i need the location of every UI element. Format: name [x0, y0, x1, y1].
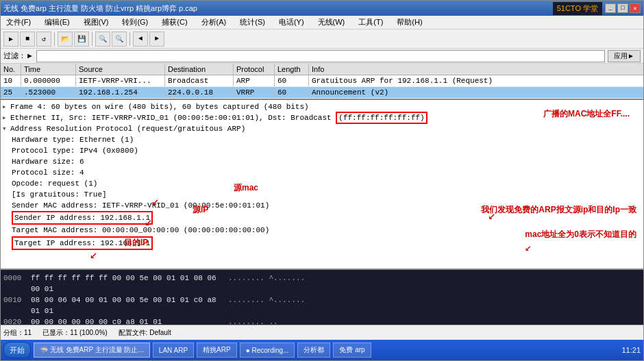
menu-phone[interactable]: 电话(Y) [276, 17, 307, 27]
toolbar: ▶ ■ ↺ 📂 💾 🔍 🔍 ◄ ► [1, 29, 643, 49]
annotation-sender-ip: 源IP ↙ [193, 204, 208, 216]
menu-analyze[interactable]: 分析(A) [199, 17, 230, 27]
taskbar-item-analyze[interactable]: 分析都 [297, 343, 330, 358]
detail-pane: ▸ Frame 4: 60 bytes on wire (480 bits), … [1, 100, 643, 270]
col-source-header: Source [76, 64, 165, 75]
annotation-target-mac: mac地址全为0表示不知道目的 ↙ [525, 229, 636, 254]
packet-info: Gratuitous ARP for 192.168.1.1 (Request) [309, 75, 643, 86]
menu-stats[interactable]: 统计(S) [237, 17, 268, 27]
taskbar-time: 11:21 [621, 346, 641, 354]
arp-detail: Address Resolution Protocol (request/gra… [10, 123, 245, 134]
status-displayed: 已显示：11 (100.0%) [42, 328, 107, 338]
status-bar: 分组：11 已显示：11 (100.0%) 配置文件: Default [1, 325, 643, 340]
minimize-button[interactable]: _ [605, 3, 616, 13]
main-content: No. Time Source Destination Protocol Len… [1, 64, 643, 325]
detail-pane-wrapper: ▸ Frame 4: 60 bytes on wire (480 bits), … [1, 100, 643, 325]
packet-list: No. Time Source Destination Protocol Len… [1, 64, 643, 100]
toolbar-forward[interactable]: ► [149, 32, 164, 47]
packet-length: 60 [275, 87, 309, 98]
taskbar-item-special[interactable]: 精挑ARP [197, 343, 237, 358]
col-no-header: No. [1, 64, 21, 75]
packet-info: Announcement (v2) [309, 87, 643, 98]
title-bar: 无线 免费arp 主行流量 防火墙 防止vrrp 精挑arp博弈 p.cap 5… [1, 1, 643, 16]
hw-size-text: Hardware size: 6 [12, 156, 84, 167]
target-mac-text: Target MAC address: 00:00:00_00:00:00 (0… [12, 225, 269, 236]
detail-proto-type: Protocol type: IPv4 (0x0800) [2, 145, 642, 156]
hex-ascii: ........ .. [228, 316, 278, 325]
sender-mac-text: Sender MAC address: IETF-VRRP-VRID_01 (0… [12, 200, 269, 211]
packet-length: 60 [275, 75, 309, 86]
proto-type-text: Protocol type: IPv4 (0x0800) [12, 145, 138, 156]
sender-ip-text: Sender IP address: 192.168.1.1 [14, 212, 150, 223]
menu-help[interactable]: 帮助(H) [394, 17, 425, 27]
status-packets: 分组：11 [3, 328, 32, 338]
toolbar-zoom-out[interactable]: 🔍 [112, 32, 127, 47]
detail-arp[interactable]: ▾ Address Resolution Protocol (request/g… [2, 123, 642, 134]
hex-offset: 0010 [3, 295, 31, 316]
toolbar-open[interactable]: 📂 [58, 32, 73, 47]
annotation-broadcast-mac: 广播的MAC地址全FF.... [543, 108, 630, 120]
detail-sender-ip[interactable]: Sender IP address: 192.168.1.1 [12, 211, 153, 225]
col-protocol-header: Protocol [234, 64, 275, 75]
taskbar-item-wireshark[interactable]: 🦈 无线 免费ARP 主行流量 防止... [34, 343, 150, 358]
packet-protocol: ARP [234, 75, 275, 86]
menu-tools[interactable]: 工具(T) [356, 17, 386, 27]
hex-bytes: ff ff ff ff ff ff 00 00 5e 00 01 01 08 0… [31, 273, 223, 295]
expand-icon: ▸ [2, 112, 10, 123]
status-profile: 配置文件: Default [119, 328, 171, 338]
taskbar-item-label: 🦈 无线 免费ARP 主行流量 防止... [40, 345, 144, 355]
hex-row: 0020 00 00 00 00 00 00 c0 a8 01 01 .....… [3, 316, 641, 325]
expand-icon: ▸ [2, 101, 10, 112]
toolbar-back[interactable]: ◄ [133, 32, 148, 47]
window-controls: _ □ ✕ [605, 3, 641, 13]
filter-apply[interactable]: 应用► [608, 50, 641, 62]
col-time-header: Time [21, 64, 76, 75]
close-button[interactable]: ✕ [630, 3, 641, 13]
table-row[interactable]: 10 0.000000 IETF-VRRP-VRI... Broadcast A… [1, 75, 643, 87]
annotation-sender-mac: 源mac ↙ [234, 182, 258, 194]
ethernet-detail: Ethernet II, Src: IETF-VRRP-VRID_01 (00:… [10, 112, 428, 123]
packet-time: .523000 [21, 87, 76, 98]
menu-goto[interactable]: 转到(G) [119, 17, 151, 27]
menu-capture[interactable]: 捕获(C) [159, 17, 190, 27]
start-button[interactable]: 开始 [3, 342, 31, 358]
col-destination-header: Destination [165, 64, 234, 75]
annotation-target-ip: 目的IP ↙ [124, 237, 148, 249]
packet-destination: 224.0.0.18 [165, 87, 234, 98]
menu-view[interactable]: 视图(V) [81, 17, 112, 27]
main-window: 无线 免费arp 主行流量 防火墙 防止vrrp 精挑arp博弈 p.cap 5… [0, 0, 644, 361]
toolbar-restart[interactable]: ↺ [36, 32, 51, 47]
dst-mac-box: (ff:ff:ff:ff:ff:ff) [336, 112, 427, 124]
table-row[interactable]: 25 .523000 192.168.1.254 224.0.0.18 VRRP… [1, 87, 643, 99]
filter-input[interactable] [36, 50, 605, 62]
frame-detail: Frame 4: 60 bytes on wire (480 bits), 60… [10, 101, 309, 112]
toolbar-save[interactable]: 💾 [74, 32, 89, 47]
filter-label: 过滤：► [3, 51, 34, 61]
taskbar-item-free-arp[interactable]: 免费 arp [333, 343, 371, 358]
hex-offset: 0000 [3, 273, 31, 295]
menu-wireless[interactable]: 无线(W) [315, 17, 348, 27]
packet-no: 10 [1, 75, 21, 86]
detail-hw-size: Hardware size: 6 [2, 156, 642, 167]
menu-file[interactable]: 文件(F) [3, 17, 34, 27]
taskbar-item-lan[interactable]: LAN ARP [153, 343, 194, 358]
packet-no: 25 [1, 87, 21, 98]
taskbar-item-recording[interactable]: ● Recording... [240, 343, 295, 358]
detail-gratuitous: [Is gratuitous: True] [2, 189, 642, 200]
toolbar-separator3 [129, 32, 130, 46]
toolbar-stop[interactable]: ■ [20, 32, 35, 47]
packet-protocol: VRRP [234, 87, 275, 98]
packet-source: 192.168.1.254 [76, 87, 165, 98]
col-info-header: Info [309, 64, 643, 75]
gratuitous-text: [Is gratuitous: True] [12, 189, 107, 200]
window-title: 无线 免费arp 主行流量 防火墙 防止vrrp 精挑arp博弈 p.cap [3, 3, 197, 14]
taskbar-item-label: 分析都 [304, 345, 324, 355]
hw-type-text: Hardware type: Ethernet (1) [12, 134, 134, 145]
menu-edit[interactable]: 编辑(E) [42, 17, 73, 27]
hex-ascii: ........ ^....... [228, 273, 305, 295]
detail-opcode: Opcode: request (1) [2, 178, 642, 189]
toolbar-start[interactable]: ▶ [3, 32, 18, 47]
hex-offset: 0020 [3, 316, 31, 325]
maximize-button[interactable]: □ [617, 3, 628, 13]
toolbar-zoom-in[interactable]: 🔍 [95, 32, 110, 47]
